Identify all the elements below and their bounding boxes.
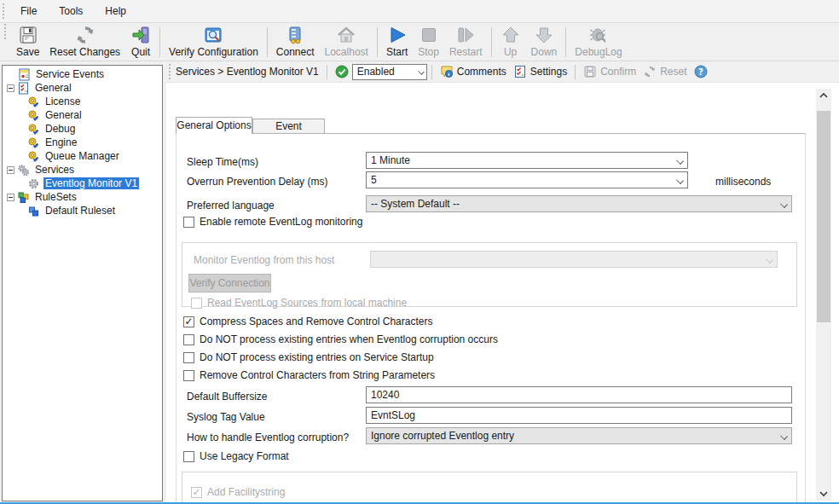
start-button[interactable]: Start <box>381 24 413 61</box>
collapse-icon[interactable] <box>7 166 14 174</box>
tree-item-general[interactable]: General <box>3 108 162 122</box>
toolbar-separator <box>431 65 432 79</box>
tree-label: Engine <box>43 136 78 148</box>
confirm-floppy-icon <box>583 65 597 78</box>
general-options-pane: Sleep Time(ms) 1 Minute Overrun Preventi… <box>176 133 806 504</box>
help-icon[interactable]: ? <box>694 65 708 78</box>
read-sources-checkbox[interactable]: Read EventLog Sources from local machine <box>191 297 407 309</box>
debuglog-button[interactable]: DebugLog <box>570 24 627 61</box>
quit-label: Quit <box>131 46 150 58</box>
tree-item-service-events[interactable]: Service Events <box>3 67 162 81</box>
cubes-icon <box>17 191 30 204</box>
reset-changes-button[interactable]: Reset Changes <box>44 24 125 61</box>
vertical-scrollbar[interactable] <box>816 89 831 501</box>
localhost-label: Localhost <box>325 46 368 58</box>
sleep-time-combo[interactable]: 1 Minute <box>366 152 688 169</box>
collapse-icon[interactable] <box>7 84 14 92</box>
tab-event-channels[interactable]: Event Channels <box>252 119 325 134</box>
no-process-startup-checkbox[interactable]: Do NOT process existing entries on Servi… <box>183 351 434 363</box>
checkbox-box <box>191 298 202 309</box>
settings-checklist-icon <box>513 65 527 78</box>
use-legacy-checkbox[interactable]: Use Legacy Format <box>183 450 289 462</box>
collapse-icon[interactable] <box>7 194 14 201</box>
preferred-language-combo[interactable]: -- System Default -- <box>366 195 792 212</box>
compress-spaces-label: Compress Spaces and Remove Control Chara… <box>200 316 432 327</box>
toolbar-separator <box>159 27 160 57</box>
corruption-label: How to handle Eventlog corruption? <box>187 432 349 443</box>
scroll-up-icon[interactable] <box>816 89 831 102</box>
confirm-button[interactable]: Confirm <box>580 65 639 78</box>
stop-square-icon <box>419 25 439 45</box>
toolbar-grip <box>4 24 8 39</box>
checkbox-box <box>183 334 194 345</box>
scroll-down-icon[interactable] <box>816 487 831 501</box>
gear-icon <box>27 177 40 190</box>
no-process-corruption-checkbox[interactable]: Do NOT process existing entries when Eve… <box>183 333 498 345</box>
menu-help[interactable]: Help <box>94 0 137 22</box>
svg-text:?: ? <box>698 67 703 77</box>
tree-item-rulesets-group[interactable]: RuleSets <box>3 190 162 204</box>
menu-file[interactable]: File <box>9 0 48 22</box>
toolbar-separator <box>575 65 576 79</box>
preferred-language-value: -- System Default -- <box>371 198 460 210</box>
tree-item-queue-manager[interactable]: Queue Manager <box>3 149 162 163</box>
overrun-delay-value: 5 <box>371 174 377 186</box>
toolbar-grip <box>169 64 172 79</box>
tree-label: Services <box>33 164 76 176</box>
verify-connection-button[interactable]: Verify Connection <box>188 274 271 293</box>
tree-label: General <box>33 82 73 94</box>
tree-item-services-group[interactable]: Services <box>3 163 162 177</box>
tree-item-default-ruleset[interactable]: Default Ruleset <box>3 204 162 217</box>
down-arrow-icon <box>534 25 554 45</box>
compress-spaces-checkbox[interactable]: Compress Spaces and Remove Control Chara… <box>183 316 432 327</box>
restart-icon <box>455 25 476 45</box>
localhost-button[interactable]: Localhost <box>320 24 373 61</box>
verify-connection-label: Verify Connection <box>189 277 269 289</box>
restart-label: Restart <box>449 46 483 58</box>
add-facilitystring-checkbox[interactable]: Add Facilitystring <box>191 486 285 498</box>
tree-item-eventlog-monitor[interactable]: Eventlog Monitor V1 <box>3 177 162 190</box>
save-floppy-icon <box>18 25 38 45</box>
up-button[interactable]: Up <box>495 24 526 61</box>
tree-item-debug[interactable]: Debug <box>3 122 162 136</box>
chevron-down-icon <box>780 432 788 440</box>
stop-button[interactable]: Stop <box>413 24 444 61</box>
monitor-host-combo[interactable] <box>370 251 778 268</box>
remove-control-chars-checkbox[interactable]: Remove Control Characters from String Pa… <box>183 369 435 381</box>
syslog-tag-input[interactable]: EvntSLog <box>366 407 792 424</box>
breadcrumb: Services > Eventlog Monitor V1 <box>176 66 319 78</box>
tree-label: License <box>43 96 82 107</box>
save-button[interactable]: Save <box>11 24 44 61</box>
settings-button[interactable]: Settings <box>510 65 570 78</box>
down-button[interactable]: Down <box>526 24 563 61</box>
connect-button[interactable]: Connect <box>271 24 320 61</box>
config-check-icon <box>27 109 40 122</box>
tree-label: Service Events <box>34 68 106 80</box>
service-status-select[interactable]: Enabled <box>352 64 427 80</box>
overrun-delay-combo[interactable]: 5 <box>366 171 688 188</box>
tab-general-options[interactable]: General Options <box>176 117 252 134</box>
verify-configuration-button[interactable]: Verify Configuration <box>164 24 263 61</box>
tree-item-general-group[interactable]: General <box>3 81 162 95</box>
tree-item-engine[interactable]: Engine <box>3 136 162 149</box>
config-tree: Service Events General License General D… <box>2 65 163 501</box>
restart-button[interactable]: Restart <box>444 24 488 61</box>
corruption-value: Ignore corrupted Eventlog entry <box>371 430 514 442</box>
corruption-combo[interactable]: Ignore corrupted Eventlog entry <box>366 427 792 444</box>
comments-button[interactable]: Comments <box>437 65 510 78</box>
enable-remote-checkbox[interactable]: Enable remote EventLog monitoring <box>183 216 362 228</box>
chevron-down-icon <box>418 68 425 75</box>
reset-button[interactable]: Reset <box>639 65 690 78</box>
scrollbar-thumb[interactable] <box>817 111 830 322</box>
tree-item-license[interactable]: License <box>3 95 162 108</box>
menu-tools[interactable]: Tools <box>48 0 94 22</box>
buffersize-input[interactable]: 10240 <box>366 386 792 403</box>
quit-button[interactable]: Quit <box>125 24 156 61</box>
tab-content-area: General Options Event Channels Sleep Tim… <box>166 83 839 504</box>
comments-label: Comments <box>457 66 506 78</box>
detail-panel: Services > Eventlog Monitor V1 Enabled C… <box>166 61 839 504</box>
overrun-delay-label: Overrun Prevention Delay (ms) <box>187 176 327 188</box>
toolbar-separator <box>327 65 327 79</box>
debuglog-bug-icon <box>588 25 609 45</box>
remote-eventlog-group: Monitor Eventlog from this host Verify C… <box>182 242 797 307</box>
